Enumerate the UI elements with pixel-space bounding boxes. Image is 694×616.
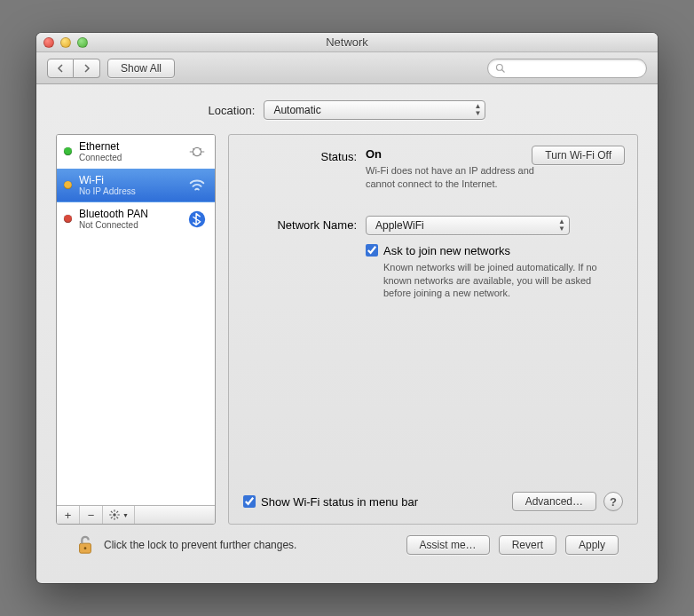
- ask-to-join-label: Ask to join new networks: [383, 244, 510, 257]
- remove-service-button[interactable]: −: [80, 506, 103, 524]
- status-dot: [64, 181, 72, 189]
- content-area: Location: Automatic ▲▼ Ethernet Connecte…: [36, 84, 658, 583]
- service-status: Connected: [79, 153, 179, 162]
- ask-to-join-input[interactable]: [366, 244, 378, 257]
- location-value: Automatic: [273, 104, 320, 116]
- network-name-label: Network Name:: [243, 216, 357, 232]
- ask-to-join-checkbox[interactable]: Ask to join new networks: [366, 244, 623, 257]
- sidebar-footer: + − ▼: [57, 505, 215, 524]
- status-label: Status:: [243, 147, 357, 163]
- service-item-ethernet[interactable]: Ethernet Connected: [57, 135, 215, 169]
- ethernet-icon: [186, 141, 208, 162]
- service-status: No IP Address: [79, 186, 179, 196]
- nav-segment: [47, 59, 100, 78]
- svg-point-0: [497, 64, 503, 70]
- window-title: Network: [36, 36, 658, 49]
- show-status-input[interactable]: [243, 495, 256, 508]
- service-action-menu[interactable]: ▼: [103, 506, 135, 524]
- service-status: Not Connected: [79, 220, 179, 230]
- lock-icon[interactable]: [75, 533, 95, 557]
- svg-point-2: [193, 147, 201, 155]
- service-item-bluetooth[interactable]: Bluetooth PAN Not Connected: [57, 202, 215, 236]
- assist-me-button[interactable]: Assist me…: [406, 535, 490, 555]
- service-item-wifi[interactable]: Wi-Fi No IP Address: [57, 169, 215, 202]
- svg-line-9: [111, 511, 113, 513]
- detail-pane: Turn Wi-Fi Off Status: On Wi-Fi does not…: [228, 134, 638, 525]
- location-row: Location: Automatic ▲▼: [56, 100, 638, 120]
- svg-line-12: [116, 511, 118, 513]
- location-label: Location:: [209, 104, 256, 117]
- service-name: Bluetooth PAN: [79, 208, 179, 220]
- service-list: Ethernet Connected Wi-Fi No IP Address: [57, 135, 215, 505]
- show-status-label: Show Wi-Fi status in menu bar: [261, 495, 418, 509]
- search-icon: [495, 63, 506, 74]
- footer-row: Click the lock to prevent further change…: [56, 525, 638, 571]
- network-preferences-window: Network Show All Location: Automatic ▲▼: [36, 33, 658, 583]
- status-dot: [64, 147, 72, 155]
- service-name: Ethernet: [79, 140, 179, 153]
- show-status-menubar-checkbox[interactable]: Show Wi-Fi status in menu bar: [243, 495, 418, 509]
- turn-wifi-off-button[interactable]: Turn Wi-Fi Off: [532, 146, 625, 165]
- revert-button[interactable]: Revert: [499, 535, 556, 555]
- svg-point-14: [84, 547, 87, 549]
- network-name-value: AppleWiFi: [375, 219, 424, 232]
- svg-point-4: [113, 513, 116, 517]
- status-description: Wi-Fi does not have an IP address and ca…: [366, 164, 561, 191]
- titlebar: Network: [36, 33, 658, 52]
- status-dot: [64, 215, 72, 223]
- svg-line-11: [111, 517, 113, 518]
- bluetooth-icon: [186, 209, 208, 230]
- svg-line-10: [116, 517, 118, 518]
- lock-text: Click the lock to prevent further change…: [104, 539, 398, 551]
- search-input[interactable]: [509, 63, 639, 74]
- service-sidebar: Ethernet Connected Wi-Fi No IP Address: [56, 134, 216, 525]
- gear-icon: [108, 509, 121, 521]
- svg-line-1: [502, 69, 505, 72]
- forward-button[interactable]: [74, 59, 100, 78]
- advanced-button[interactable]: Advanced…: [512, 492, 596, 511]
- back-button[interactable]: [47, 59, 74, 78]
- network-name-popup[interactable]: AppleWiFi ▲▼: [366, 216, 570, 235]
- service-name: Wi-Fi: [79, 174, 179, 186]
- wifi-icon: [186, 175, 208, 196]
- add-service-button[interactable]: +: [57, 506, 80, 524]
- help-button[interactable]: ?: [603, 492, 623, 511]
- show-all-button[interactable]: Show All: [107, 59, 175, 78]
- location-popup[interactable]: Automatic ▲▼: [264, 100, 485, 120]
- apply-button[interactable]: Apply: [565, 535, 619, 555]
- toolbar: Show All: [36, 52, 658, 84]
- search-field[interactable]: [487, 59, 647, 78]
- ask-to-join-description: Known networks will be joined automatica…: [383, 261, 605, 301]
